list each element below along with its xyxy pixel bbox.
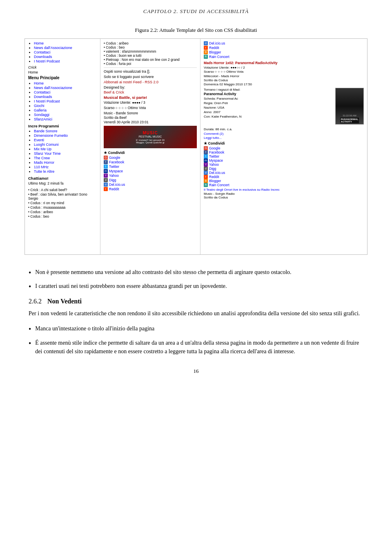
- screenshot-right-column: d Del.icio.us r Reddit B Blogger R Rain …: [200, 39, 367, 254]
- paranormal-label: PARANORMAL ACTIVITY: [340, 118, 359, 123]
- share-section-middle: ★ Condividi G Google f Facebook t Twitte…: [104, 151, 197, 191]
- section-title: Non Vedenti: [47, 298, 82, 305]
- sub-bullet-text-1: Manca un'intestazione o titolo all'inizi…: [35, 324, 154, 333]
- teatro-link: Il Teatro degli Orrori live in esclusiva…: [204, 188, 364, 192]
- myspace-right-icon: m: [204, 158, 208, 163]
- myspace-icon: m: [104, 169, 108, 173]
- sub-bullet-1: • Manca un'intestazione o titolo all'ini…: [29, 324, 363, 334]
- top-share-links: d Del.icio.us r Reddit B Blogger R Rain …: [204, 41, 364, 59]
- section-heading-container: 2.6.2 Non Vedenti: [29, 298, 363, 305]
- article2-rating: Votazione Utente: ●●●○○ / 2: [204, 66, 364, 69]
- top-chat-msgs: • Codus : aribeo • Codus : beo • valerie…: [104, 41, 197, 68]
- movie-section: 31:22:56 AM PARANORMAL ACTIVITY Tornano …: [204, 88, 364, 126]
- date2: Domenica 02 Maggio 2010 17:50: [204, 82, 364, 86]
- chat-msg-3: • Codus : ri on my mind: [28, 201, 97, 205]
- millecolori: Millecolori - Mads Horror: [204, 74, 364, 78]
- share-twitter-right: t Twitter: [204, 154, 364, 158]
- share-yahoo-middle: Y Yahoo: [104, 174, 197, 178]
- comments: Commenti (2): [204, 132, 364, 136]
- share-delicious-top: d Del.icio.us: [204, 41, 364, 45]
- share-title-middle: ★ Condividi: [104, 151, 197, 155]
- screenshot-middle-column: • Codus : aribeo • Codus : beo • valerie…: [100, 39, 200, 254]
- chat-msg-1: • Crick : A chi saluti beef?: [28, 188, 97, 192]
- chat-msg-5: • Codus : aribeo: [28, 210, 97, 214]
- figure-screenshot: Home News dall'Associazione Contattaci D…: [24, 38, 368, 255]
- music-radio: Music - Svirgin Radio: [204, 192, 364, 196]
- nav-downloads-top: Downloads: [34, 55, 52, 59]
- rain-top-icon: R: [204, 55, 208, 59]
- chapter-header: CAPITOLO 2. STUDI DI ACCESSIBILITÀ: [24, 8, 368, 15]
- movie-clock: 31:22:56 AM: [343, 114, 356, 117]
- bullet-dot-1: •: [29, 269, 31, 278]
- share-rain-right: R Rain Concert: [204, 183, 364, 187]
- share-rain-top: R Rain Concert: [204, 55, 364, 59]
- digg-right-icon: d: [204, 167, 208, 171]
- twitter-right-icon: t: [204, 154, 208, 158]
- article1-date: Venerdì 30 Aprile 2010 23:01: [104, 120, 197, 124]
- rain-right-icon: R: [204, 183, 208, 187]
- bullet-section-1: • Non è presente nemmeno una versione ad…: [29, 268, 363, 291]
- chat-msg-2: • Beef : ciao Silvia, ben arrivata!! Son…: [28, 192, 97, 201]
- share-myspace-right: m Myspace: [204, 158, 364, 163]
- share-blogger-top: B Blogger: [204, 50, 364, 54]
- crick-label: Crick: [28, 65, 97, 69]
- reddit-top-icon: r: [204, 46, 208, 50]
- sub-bullet-text-2: É assente menù stile indice che permette…: [35, 339, 363, 356]
- reddit-right-icon: r: [204, 175, 208, 179]
- nav-home-top: Home: [34, 41, 44, 45]
- section-body: Per i non vedenti le caratteristiche che…: [29, 309, 363, 318]
- bullet-item-2: • I caratteri usati nei testi potrebbero…: [29, 282, 363, 292]
- chat-msg-6: • Codus : beo: [28, 214, 97, 218]
- share-delicious-right: d Del.icio.us: [204, 171, 364, 175]
- blogger-top-icon: B: [204, 50, 208, 54]
- facebook-icon: f: [104, 160, 108, 164]
- blogger-right-icon: B: [204, 179, 208, 183]
- main-content: • Non è presente nemmeno una versione ad…: [24, 268, 368, 356]
- share-google-right: G Google: [204, 146, 364, 150]
- article2-vote: Scarso ○ ○ ○ ○ Ottimo Vota: [204, 70, 364, 74]
- page-number: 16: [24, 368, 368, 374]
- article1-vote: Scarso ○ ○ ○ ○ Ottimo Vota: [104, 106, 197, 110]
- yahoo-right-icon: Y: [204, 163, 208, 167]
- menu-principale-title: Menu Principale: [28, 76, 97, 80]
- sub-bullet-section: • Manca un'intestazione o titolo all'ini…: [29, 324, 363, 356]
- login-text: Solo se ti loggato puoi scrivere: [104, 75, 197, 79]
- author2: Scritto da Codus: [204, 78, 364, 82]
- share-delicious-middle: d Del.icio.us: [104, 183, 197, 187]
- yahoo-icon: Y: [104, 174, 108, 178]
- ultimo-msg: Ultimo Msg: 2 minuti fa: [28, 181, 97, 185]
- google-right-icon: G: [204, 146, 208, 150]
- movie-thumbnail: 31:22:56 AM PARANORMAL ACTIVITY: [335, 88, 364, 125]
- twitter-icon: t: [104, 165, 108, 169]
- share-reddit-middle: r Reddit: [104, 187, 197, 191]
- beef-crick: Beef & Crick: [104, 90, 197, 94]
- screenshot-left-column: Home News dall'Associazione Contattaci D…: [25, 39, 100, 254]
- section-number: 2.6.2: [29, 298, 42, 305]
- chattiamo-title: Chattiamo!: [28, 176, 97, 180]
- sub-bullet-dot-1: •: [29, 325, 31, 334]
- article1-category: Music - Bande Sonore: [104, 111, 197, 115]
- ospiti-text: Ospiti sono visualizzati tra [].: [104, 69, 197, 74]
- sub-bullet-2: • É assente menù stile indice che permet…: [29, 339, 363, 356]
- share-blogger-right: B Blogger: [204, 179, 364, 183]
- incre-programmi-title: Incre Programmi: [28, 124, 97, 128]
- bullet-text-2: I caratteri usati nei testi potrebbero n…: [35, 282, 227, 290]
- share-reddit-top: r Reddit: [204, 46, 364, 50]
- digg-icon: d: [104, 178, 108, 182]
- share-facebook-right: f Facebook: [204, 150, 364, 154]
- share-myspace-middle: m Myspace: [104, 169, 197, 173]
- share-facebook-middle: f Facebook: [104, 160, 197, 164]
- share-reddit-right: r Reddit: [204, 175, 364, 179]
- share-twitter-middle: t Twitter: [104, 165, 197, 169]
- bullet-dot-2: •: [29, 283, 31, 292]
- article2-title: Mads Horror 1x02: Paranormal RadioActivi…: [204, 61, 364, 65]
- share-digg-right: d Digg: [204, 167, 364, 171]
- delicious-top-icon: d: [204, 41, 208, 45]
- durata: Durata: 86 min. c.a.: [204, 127, 364, 131]
- nav-contattaci-top: Contattaci: [34, 50, 51, 54]
- rss-link: Abbonati ai nostri Feed - RSS 2.0: [104, 80, 197, 84]
- chat-messages: • Crick : A chi saluti beef? • Beef : ci…: [28, 188, 97, 218]
- figure-caption: Figura 2.2: Attuale Template del Sito co…: [24, 27, 368, 33]
- home-label: Home: [28, 70, 97, 74]
- bullet-item-1: • Non è presente nemmeno una versione ad…: [29, 268, 363, 278]
